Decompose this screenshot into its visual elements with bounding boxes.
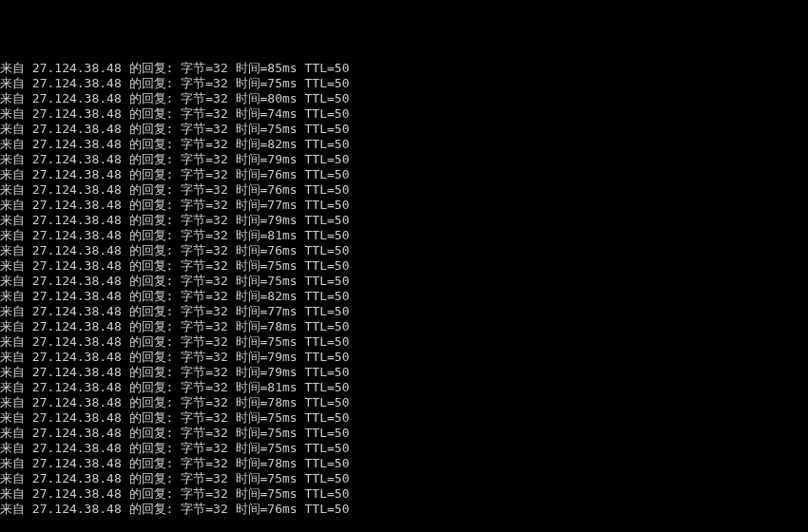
terminal-output: 来自 27.124.38.48 的回复: 字节=32 时间=85ms TTL=5… xyxy=(0,61,808,532)
ping-reply-line: 来自 27.124.38.48 的回复: 字节=32 时间=78ms TTL=5… xyxy=(0,456,808,471)
ping-reply-line: 来自 27.124.38.48 的回复: 字节=32 时间=75ms TTL=5… xyxy=(0,258,808,274)
ping-reply-line: 来自 27.124.38.48 的回复: 字节=32 时间=79ms TTL=5… xyxy=(0,152,808,167)
ping-reply-line: 来自 27.124.38.48 的回复: 字节=32 时间=74ms TTL=5… xyxy=(0,106,808,122)
ping-reply-line: 来自 27.124.38.48 的回复: 字节=32 时间=79ms TTL=5… xyxy=(0,350,808,365)
ping-reply-line: 来自 27.124.38.48 的回复: 字节=32 时间=79ms TTL=5… xyxy=(0,365,808,380)
ping-reply-line: 来自 27.124.38.48 的回复: 字节=32 时间=85ms TTL=5… xyxy=(0,61,808,76)
ping-reply-line: 来自 27.124.38.48 的回复: 字节=32 时间=76ms TTL=5… xyxy=(0,243,808,258)
ping-reply-line: 来自 27.124.38.48 的回复: 字节=32 时间=81ms TTL=5… xyxy=(0,380,808,395)
ping-reply-line: 来自 27.124.38.48 的回复: 字节=32 时间=75ms TTL=5… xyxy=(0,486,808,502)
ping-reply-line: 来自 27.124.38.48 的回复: 字节=32 时间=77ms TTL=5… xyxy=(0,304,808,319)
ping-reply-line: 来自 27.124.38.48 的回复: 字节=32 时间=78ms TTL=5… xyxy=(0,319,808,334)
ping-reply-line: 来自 27.124.38.48 的回复: 字节=32 时间=76ms TTL=5… xyxy=(0,167,808,182)
ping-reply-line: 来自 27.124.38.48 的回复: 字节=32 时间=77ms TTL=5… xyxy=(0,198,808,213)
ping-reply-line: 来自 27.124.38.48 的回复: 字节=32 时间=76ms TTL=5… xyxy=(0,502,808,517)
ping-reply-line: 来自 27.124.38.48 的回复: 字节=32 时间=75ms TTL=5… xyxy=(0,441,808,456)
ping-reply-line: 来自 27.124.38.48 的回复: 字节=32 时间=75ms TTL=5… xyxy=(0,426,808,441)
ping-reply-line: 来自 27.124.38.48 的回复: 字节=32 时间=79ms TTL=5… xyxy=(0,213,808,228)
ping-reply-line: 来自 27.124.38.48 的回复: 字节=32 时间=78ms TTL=5… xyxy=(0,395,808,410)
blank-line xyxy=(0,517,808,532)
ping-reply-line: 来自 27.124.38.48 的回复: 字节=32 时间=75ms TTL=5… xyxy=(0,274,808,289)
ping-reply-line: 来自 27.124.38.48 的回复: 字节=32 时间=81ms TTL=5… xyxy=(0,228,808,243)
ping-reply-line: 来自 27.124.38.48 的回复: 字节=32 时间=75ms TTL=5… xyxy=(0,122,808,137)
ping-reply-line: 来自 27.124.38.48 的回复: 字节=32 时间=75ms TTL=5… xyxy=(0,76,808,91)
ping-reply-line: 来自 27.124.38.48 的回复: 字节=32 时间=80ms TTL=5… xyxy=(0,91,808,106)
ping-reply-line: 来自 27.124.38.48 的回复: 字节=32 时间=75ms TTL=5… xyxy=(0,334,808,350)
ping-reply-line: 来自 27.124.38.48 的回复: 字节=32 时间=76ms TTL=5… xyxy=(0,182,808,198)
ping-reply-line: 来自 27.124.38.48 的回复: 字节=32 时间=82ms TTL=5… xyxy=(0,137,808,152)
ping-reply-line: 来自 27.124.38.48 的回复: 字节=32 时间=75ms TTL=5… xyxy=(0,410,808,426)
ping-reply-line: 来自 27.124.38.48 的回复: 字节=32 时间=75ms TTL=5… xyxy=(0,471,808,486)
ping-reply-line: 来自 27.124.38.48 的回复: 字节=32 时间=82ms TTL=5… xyxy=(0,289,808,304)
